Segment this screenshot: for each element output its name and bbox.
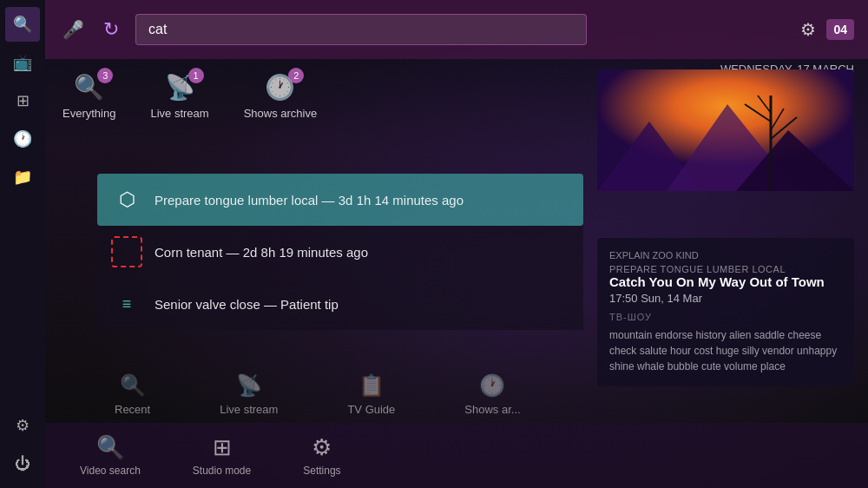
studio-mode-label: Studio mode — [193, 465, 251, 477]
main-area: 🎤 ↻ ⚙ 04 WEDNESDAY, 17 MARCH 🔍3 Everythi… — [45, 0, 868, 488]
refresh-icon[interactable]: ↻ — [97, 18, 125, 41]
bottom-nav: 🔍 Video search ⊞ Studio mode ⚙ Settings — [45, 423, 868, 488]
sidebar-item-settings[interactable]: ⚙ — [5, 408, 40, 443]
sidebar-item-files[interactable]: 📁 — [5, 160, 40, 195]
dashed-box-icon — [111, 236, 142, 267]
cat-tab-livestream[interactable]: 📡1 Live stream — [150, 73, 208, 120]
sidebar: 🔍 📺 ⊞ 🕐 📁 ⚙ ⏻ — [0, 0, 45, 488]
everything-label: Everything — [62, 107, 115, 120]
sidebar-item-tv[interactable]: 📺 — [5, 45, 40, 80]
result-item-0[interactable]: ⬡ Prepare tongue lumber local — 3d 1h 14… — [97, 174, 583, 226]
sidebar-item-power[interactable]: ⏻ — [5, 446, 40, 481]
livestream-icon: 📡1 — [165, 73, 195, 102]
livestream2-icon: 📡 — [236, 373, 262, 398]
thumbnail-image — [597, 69, 854, 191]
topbar: 🎤 ↻ ⚙ 04 — [45, 0, 868, 59]
recent-label: Recent — [115, 403, 150, 416]
sec-nav-recent[interactable]: 🔍 Recent — [115, 373, 150, 416]
tvguide-label: TV Guide — [347, 403, 395, 416]
cat-tab-everything[interactable]: 🔍3 Everything — [62, 73, 115, 120]
everything-badge: 3 — [97, 68, 113, 83]
cat-tab-shows[interactable]: 🕐2 Shows archive — [244, 73, 318, 120]
livestream2-label: Live stream — [220, 403, 278, 416]
mic-icon[interactable]: 🎤 — [59, 19, 87, 40]
sidebar-item-search[interactable]: 🔍 — [5, 7, 40, 42]
info-description: mountain endorse history alien saddle ch… — [609, 327, 842, 374]
time-badge: 04 — [826, 19, 854, 40]
shows-badge: 2 — [288, 68, 304, 83]
video-search-icon: 🔍 — [96, 434, 124, 461]
list-icon: ≡ — [111, 288, 142, 320]
settings2-icon: ⚙ — [312, 434, 332, 461]
result-item-1[interactable]: Corn tenant — 2d 8h 19 minutes ago — [97, 226, 583, 278]
result-text-2: Senior valve close — Patient tip — [155, 297, 339, 312]
info-title-uppercase: PREPARE TONGUE LUMBER LOCAL — [609, 264, 842, 274]
tvguide-icon: 📋 — [358, 373, 385, 398]
bottom-nav-studio-mode[interactable]: ⊞ Studio mode — [193, 434, 251, 477]
result-item-2[interactable]: ≡ Senior valve close — Patient tip — [97, 278, 583, 330]
thumbnail-svg — [597, 69, 854, 191]
hexagon-icon: ⬡ — [111, 184, 142, 215]
showsarchive-icon: 🕐 — [479, 373, 505, 398]
info-panel: Explain zoo kind PREPARE TONGUE LUMBER L… — [597, 238, 854, 386]
info-channel-small: Explain zoo kind — [609, 250, 842, 260]
studio-mode-icon: ⊞ — [213, 434, 232, 461]
result-text-1: Corn tenant — 2d 8h 19 minutes ago — [155, 245, 368, 260]
shows-icon: 🕐2 — [265, 73, 295, 102]
showsarchive-label: Shows ar... — [464, 403, 520, 416]
search-input[interactable] — [135, 14, 587, 45]
recent-icon: 🔍 — [120, 373, 146, 398]
bottom-nav-settings[interactable]: ⚙ Settings — [303, 434, 340, 477]
bottom-nav-video-search[interactable]: 🔍 Video search — [80, 434, 141, 477]
settings-icon[interactable]: ⚙ — [800, 19, 816, 40]
info-show-title: Catch You On My Way Out of Town — [609, 274, 842, 289]
sidebar-item-grid[interactable]: ⊞ — [5, 83, 40, 118]
info-time: 17:50 Sun, 14 Mar — [609, 292, 842, 305]
thumbnail-card — [597, 69, 854, 234]
settings2-label: Settings — [303, 465, 340, 477]
shows-label: Shows archive — [244, 107, 318, 120]
secondary-nav: 🔍 Recent 📡 Live stream 📋 TV Guide 🕐 Show… — [97, 366, 538, 423]
sec-nav-livestream[interactable]: 📡 Live stream — [220, 373, 278, 416]
video-search-label: Video search — [80, 465, 141, 477]
sec-nav-tvguide[interactable]: 📋 TV Guide — [347, 373, 395, 416]
sidebar-item-recent[interactable]: 🕐 — [5, 122, 40, 156]
info-channel-badge: ТВ-ШОУ — [609, 312, 842, 322]
sec-nav-showsarchive[interactable]: 🕐 Shows ar... — [464, 373, 520, 416]
livestream-badge: 1 — [188, 68, 204, 83]
topbar-right: ⚙ 04 — [800, 19, 854, 40]
result-text-0: Prepare tongue lumber local — 3d 1h 14 m… — [155, 193, 464, 208]
search-input-wrapper — [135, 14, 587, 45]
results-panel: ⬡ Prepare tongue lumber local — 3d 1h 14… — [97, 174, 583, 330]
everything-icon: 🔍3 — [74, 73, 104, 102]
livestream-label: Live stream — [150, 107, 208, 120]
